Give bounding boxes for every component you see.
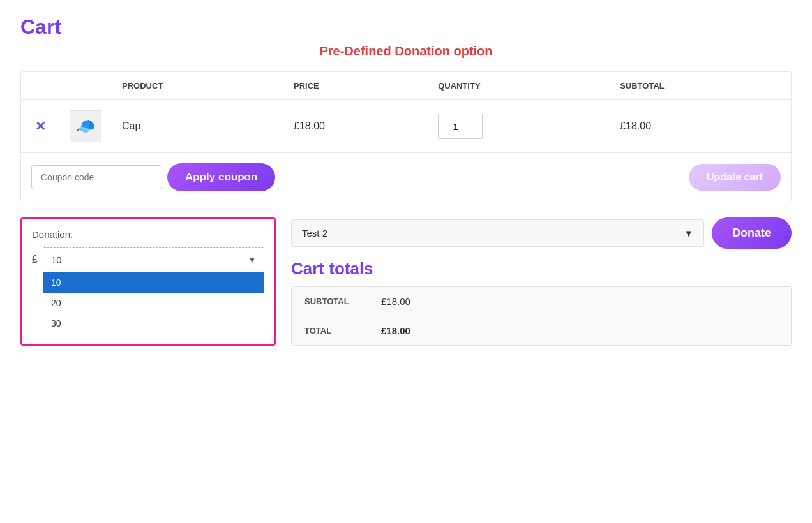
dropdown-arrow-icon: ▼	[248, 256, 256, 265]
update-cart-button[interactable]: Update cart	[689, 164, 781, 191]
apply-coupon-button[interactable]: Apply coupon	[167, 163, 275, 191]
donate-button[interactable]: Donate	[712, 217, 792, 249]
donate-row: Test 2 ▼ Donate	[291, 217, 792, 249]
donation-select-wrapper[interactable]: 10 ▼ 10 20 30	[43, 247, 264, 334]
bottom-section: Donation: £ 10 ▼ 10 20 30 Test 2 ▼	[20, 217, 792, 346]
product-name: Cap	[112, 100, 283, 153]
table-row: ✕ 🧢 Cap £18.00 £18.00	[21, 100, 791, 153]
cart-table: PRODUCT PRICE QUANTITY SUBTOTAL ✕ 🧢 Cap …	[21, 72, 791, 153]
total-label: TOTAL	[304, 326, 381, 335]
col-price: PRICE	[283, 72, 428, 100]
page-title: Cart	[20, 15, 792, 39]
col-remove	[21, 72, 59, 100]
donation-selected-value: 10	[51, 254, 62, 265]
subtotal-label: SUBTOTAL	[304, 297, 381, 306]
col-subtotal: SUBTOTAL	[610, 72, 791, 100]
col-quantity: QUANTITY	[428, 72, 610, 100]
donation-dropdown: 10 20 30	[43, 272, 264, 334]
coupon-input[interactable]	[31, 165, 162, 189]
product-price: £18.00	[283, 100, 428, 153]
donation-option-30[interactable]: 30	[43, 313, 264, 334]
product-image: 🧢	[70, 110, 102, 142]
donation-option-10[interactable]: 10	[43, 272, 264, 293]
product-emoji: 🧢	[76, 117, 95, 135]
subtotal-value: £18.00	[381, 296, 410, 307]
product-subtotal: £18.00	[610, 100, 791, 153]
right-section: Test 2 ▼ Donate Cart totals SUBTOTAL £18…	[291, 217, 792, 346]
cart-table-wrapper: PRODUCT PRICE QUANTITY SUBTOTAL ✕ 🧢 Cap …	[20, 71, 792, 202]
col-product: PRODUCT	[112, 72, 283, 100]
total-value: £18.00	[381, 325, 410, 336]
donation-box: Donation: £ 10 ▼ 10 20 30	[20, 217, 276, 346]
total-row: TOTAL £18.00	[292, 316, 791, 345]
test2-arrow-icon: ▼	[684, 228, 693, 239]
test2-select[interactable]: Test 2 ▼	[291, 219, 704, 247]
quantity-input[interactable]	[438, 114, 483, 139]
col-image	[59, 72, 112, 100]
currency-symbol: £	[32, 254, 38, 265]
coupon-left: Apply coupon	[31, 163, 275, 191]
cart-totals-section: Cart totals SUBTOTAL £18.00 TOTAL £18.00	[291, 259, 792, 346]
donation-label: Donation:	[32, 229, 264, 240]
donation-input-row: £ 10 ▼ 10 20 30	[32, 247, 264, 334]
subtotal-row: SUBTOTAL £18.00	[292, 287, 791, 316]
test2-label: Test 2	[302, 228, 327, 239]
donation-option-20[interactable]: 20	[43, 293, 264, 313]
coupon-row: Apply coupon Update cart	[21, 153, 791, 202]
donation-heading: Pre-Defined Donation option	[20, 44, 792, 59]
cart-totals-table: SUBTOTAL £18.00 TOTAL £18.00	[291, 286, 792, 346]
cart-totals-title: Cart totals	[291, 259, 792, 279]
remove-item-button[interactable]: ✕	[35, 119, 46, 134]
donation-select-top[interactable]: 10 ▼	[43, 248, 264, 272]
